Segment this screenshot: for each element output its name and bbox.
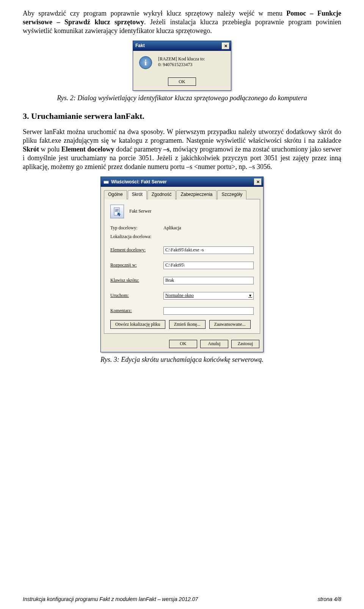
label-run: Uruchom:: [110, 293, 163, 298]
heading-section-3: 3. Uruchamianie serwera lanFakt.: [23, 111, 341, 121]
run-select-value: Normalne okno: [165, 293, 194, 298]
dialog-fakt-title: Fakt: [135, 43, 145, 49]
shortcut-document-icon: [110, 205, 124, 218]
ok-button[interactable]: OK: [168, 77, 196, 86]
window-icon: [103, 179, 109, 185]
run-select[interactable]: Normalne okno ▼: [163, 292, 254, 300]
close-icon[interactable]: ✕: [254, 178, 262, 185]
server-paragraph: Serwer lanFakt można uruchomić na dwa sp…: [23, 128, 341, 171]
tab-skrót[interactable]: Skrót: [128, 190, 147, 199]
label-target-type: Typ docelowy:: [110, 225, 163, 231]
advanced-button[interactable]: Zaawansowane...: [209, 320, 251, 329]
figure-1-caption: Rys. 2: Dialog wyświetlający identyfikat…: [23, 94, 341, 103]
dialog-properties-titlebar: Właściwości: Fakt Serwer ✕: [101, 177, 263, 187]
info-icon: i: [139, 56, 152, 69]
dialog-fakt-titlebar: Fakt ✕: [133, 41, 231, 51]
intro-paragraph: Aby sprawdzić czy program poprawnie wykr…: [23, 9, 341, 35]
dialog-properties-title: Właściwości: Fakt Serwer: [111, 179, 167, 185]
tab-szczegóły[interactable]: Szczegóły: [217, 190, 246, 199]
tab-ogólne[interactable]: Ogólne: [104, 190, 127, 199]
label-shortcut-key: Klawisz skrótu:: [110, 278, 163, 283]
page-footer: Instrukcja konfiguracji programu Fakt z …: [23, 596, 341, 602]
figure-1: Fakt ✕ i [RAZEM] Kod klucza to: 0: 94076…: [23, 41, 341, 91]
label-start-in: Rozpocznij w:: [110, 262, 163, 268]
shortcut-key-input[interactable]: [163, 277, 254, 284]
close-icon[interactable]: ✕: [222, 43, 229, 49]
start-in-input[interactable]: [163, 262, 254, 269]
figure-2: Właściwości: Fakt Serwer ✕ OgólneSkrótZg…: [23, 177, 341, 352]
open-location-button[interactable]: Otwórz lokalizację pliku: [110, 320, 165, 329]
value-target-type: Aplikacja: [163, 225, 181, 231]
tab-zgodność[interactable]: Zgodność: [147, 190, 176, 199]
footer-left: Instrukcja konfiguracji programu Fakt z …: [23, 596, 198, 602]
chevron-down-icon: ▼: [248, 293, 252, 298]
dialog-fakt-message: [RAZEM] Kod klucza to: 0: 9407615233473: [158, 56, 205, 68]
ok-button[interactable]: OK: [169, 340, 197, 348]
footer-right: strona 4/8: [318, 596, 341, 602]
tab-zabezpieczenia[interactable]: Zabezpieczenia: [176, 190, 217, 199]
cancel-button[interactable]: Anuluj: [200, 340, 228, 348]
dialog-fakt: Fakt ✕ i [RAZEM] Kod klucza to: 0: 94076…: [133, 41, 231, 91]
tabs: OgólneSkrótZgodnośćZabezpieczeniaSzczegó…: [104, 190, 260, 199]
apply-button[interactable]: Zastosuj: [231, 340, 259, 348]
figure-2-caption: Rys. 3: Edycja skrótu uruchamiająca końc…: [23, 355, 341, 364]
tab-page-shortcut: Fakt Serwer Typ docelowy: Aplikacja Loka…: [104, 199, 260, 334]
shortcut-name: Fakt Serwer: [129, 208, 151, 214]
svg-rect-1: [104, 180, 109, 181]
comment-input[interactable]: [163, 307, 254, 315]
label-target: Element docelowy:: [110, 247, 163, 253]
dialog-properties: Właściwości: Fakt Serwer ✕ OgólneSkrótZg…: [100, 177, 264, 352]
dialog-fakt-body: i [RAZEM] Kod klucza to: 0: 940761523347…: [133, 51, 231, 90]
change-icon-button[interactable]: Zmień ikonę...: [169, 320, 206, 329]
label-comment: Komentarz:: [110, 308, 163, 314]
label-target-location: Lokalizacja docelowa:: [110, 234, 163, 240]
dialog-actions: OK Anuluj Zastosuj: [101, 337, 263, 352]
target-input[interactable]: [163, 246, 254, 254]
